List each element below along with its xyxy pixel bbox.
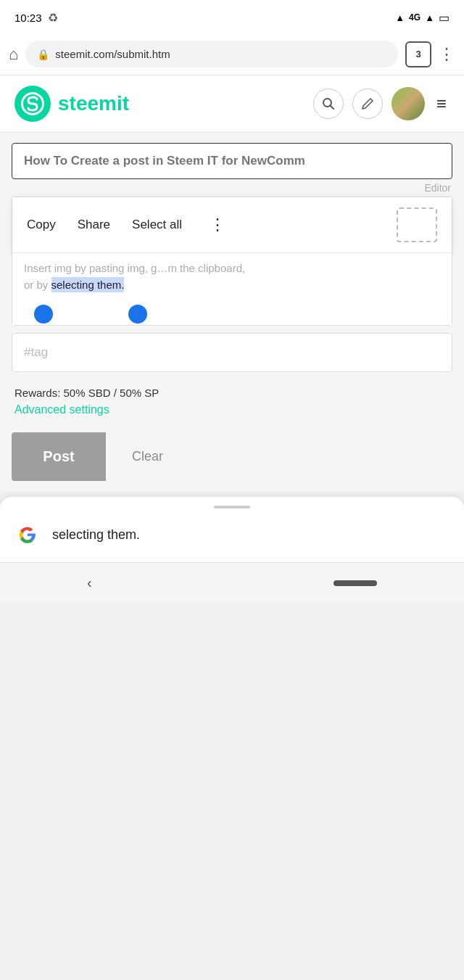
time-display: 10:23 (14, 12, 42, 24)
more-menu-button[interactable]: ⋮ (439, 45, 455, 64)
logo-text: steemit (58, 92, 129, 115)
search-icon (322, 97, 335, 110)
rewards-section: Rewards: 50% SBD / 50% SP Advanced setti… (12, 372, 452, 421)
copy-button[interactable]: Copy (27, 218, 56, 232)
url-bar[interactable]: 🔒 steemit.com/submit.htm (25, 41, 398, 67)
lock-icon: 🔒 (37, 49, 49, 60)
avatar-button[interactable] (392, 87, 425, 120)
bottom-suggestion-text: selecting them. (52, 527, 140, 543)
logo-wrap: steemit (14, 86, 129, 122)
url-text: steemit.com/submit.htm (55, 48, 170, 60)
hamburger-button[interactable]: ≡ (434, 91, 450, 117)
battery-icon: ▭ (439, 11, 450, 25)
selected-text: selecting them. (51, 277, 125, 292)
site-header: steemit ≡ (0, 75, 464, 133)
clear-button[interactable]: Clear (106, 432, 189, 481)
status-right: ▲ 4G ▲ ▭ (395, 11, 450, 25)
bottom-suggestion: selecting them. (14, 517, 450, 552)
google-logo-icon (14, 522, 41, 548)
sync-icon: ♻ (48, 11, 58, 25)
select-all-button[interactable]: Select all (132, 218, 182, 232)
main-content: Editor Copy Share Select all ⋮ Insert im… (0, 133, 464, 491)
nav-bar: ‹ (0, 562, 464, 603)
4g-label: 4G (409, 12, 420, 22)
status-bar: 10:23 ♻ ▲ 4G ▲ ▭ (0, 0, 464, 35)
home-pill[interactable] (334, 580, 377, 586)
steemit-svg (21, 92, 44, 115)
more-options-button[interactable]: ⋮ (210, 215, 225, 234)
tag-placeholder: #tag (24, 345, 48, 359)
rewards-text: Rewards: 50% SBD / 50% SP (14, 387, 450, 399)
action-buttons: Post Clear (12, 432, 452, 481)
tab-count-button[interactable]: 3 (405, 41, 431, 67)
selection-handle-right (128, 305, 147, 324)
avatar-image (392, 87, 425, 120)
logo-icon (14, 86, 51, 122)
status-left: 10:23 ♻ (14, 11, 58, 25)
text-selection-area: Insert img by pasting img, g…m the clipb… (12, 253, 452, 303)
signal-icon-2: ▲ (425, 12, 434, 23)
back-button[interactable]: ‹ (87, 575, 92, 591)
story-editor-area[interactable]: Copy Share Select all ⋮ Insert img by pa… (12, 197, 452, 326)
editor-label: Editor (424, 182, 451, 194)
sheet-handle (214, 506, 250, 508)
context-menu: Copy Share Select all ⋮ (12, 197, 452, 253)
text-before-selection: Insert img by pasting img, g (24, 262, 157, 274)
edit-button[interactable] (352, 88, 383, 119)
title-input[interactable] (12, 143, 452, 179)
handles-row (12, 303, 452, 325)
search-button[interactable] (313, 88, 344, 119)
browser-chrome: ⌂ 🔒 steemit.com/submit.htm 3 ⋮ (0, 35, 464, 75)
post-button[interactable]: Post (12, 432, 106, 481)
svg-line-2 (330, 106, 334, 110)
dashed-preview-box (397, 207, 437, 242)
header-actions: ≡ (313, 87, 450, 120)
share-button[interactable]: Share (78, 218, 110, 232)
editor-label-row: Editor (12, 182, 452, 194)
selection-handle-left (34, 305, 53, 324)
bottom-sheet: selecting them. (0, 497, 464, 562)
home-button[interactable]: ⌂ (9, 45, 18, 64)
advanced-settings-link[interactable]: Advanced settings (14, 403, 109, 416)
tag-input-wrap[interactable]: #tag (12, 333, 452, 372)
signal-icon: ▲ (395, 12, 405, 23)
edit-icon (361, 97, 374, 110)
